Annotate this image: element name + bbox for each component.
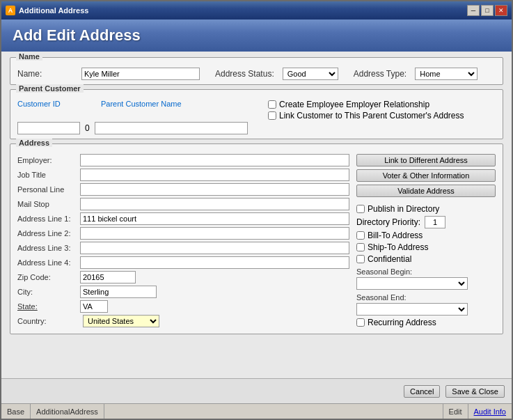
maximize-button[interactable]: □ (481, 5, 494, 16)
main-window: A Additional Address ─ □ ✕ Add Edit Addr… (0, 0, 513, 420)
name-section: Name Name: Address Status: Good Bad Unkn… (10, 57, 503, 85)
personal-line-row: Personal Line (17, 183, 349, 196)
title-bar-left: A Additional Address (6, 6, 88, 15)
link-addr-label: Link Customer to This Parent Customer's … (279, 111, 464, 120)
seasonal-end-select[interactable] (356, 303, 468, 316)
link-addr-row: Link Customer to This Parent Customer's … (268, 111, 464, 120)
addr4-row: Address Line 4: (17, 256, 349, 269)
publish-dir-label: Publish in Directory (368, 204, 439, 214)
addr3-label: Address Line 3: (17, 244, 80, 252)
addr2-row: Address Line 2: (17, 227, 349, 240)
publish-dir-checkbox[interactable] (356, 205, 365, 213)
app-icon: A (6, 6, 15, 15)
ship-to-label: Ship-To Address (368, 242, 428, 252)
zip-input[interactable] (80, 271, 136, 283)
addr2-input[interactable] (80, 227, 349, 240)
title-bar: A Additional Address ─ □ ✕ (1, 1, 512, 20)
edit-status: Edit (443, 404, 468, 419)
city-input[interactable] (80, 286, 157, 298)
address-type-select[interactable]: Home Work Other (415, 68, 478, 80)
name-label: Name: (17, 69, 73, 79)
confidential-row: Confidential (356, 254, 496, 264)
dir-priority-row: Directory Priority: (356, 216, 496, 228)
state-input[interactable] (80, 300, 108, 313)
zip-row: Zip Code: (17, 271, 349, 283)
parent-name-input[interactable] (95, 122, 248, 134)
link-diff-button[interactable]: Link to Different Address (356, 154, 496, 166)
seasonal-begin-label: Seasonal Begin: (356, 267, 496, 276)
create-rel-checkbox[interactable] (268, 100, 276, 109)
link-addr-checkbox[interactable] (268, 111, 276, 120)
ship-to-checkbox[interactable] (356, 243, 365, 251)
job-title-input[interactable] (80, 169, 349, 181)
name-section-title: Name (16, 52, 42, 61)
address-body: Employer: Job Title Personal Line Mail S… (17, 154, 496, 329)
recurring-addr-checkbox[interactable] (356, 318, 365, 327)
window-title: Additional Address (19, 6, 88, 15)
parent-customer-title: Parent Customer (16, 84, 84, 93)
cancel-button[interactable]: Cancel (404, 385, 440, 398)
address-section-title: Address (16, 139, 52, 147)
bill-to-checkbox[interactable] (356, 231, 365, 240)
create-rel-label: Create Employee Employer Relationship (279, 100, 429, 109)
voter-info-button[interactable]: Voter & Other Information (356, 169, 496, 182)
module-status: AdditionalAddress (31, 404, 104, 419)
job-title-label: Job Title (17, 171, 80, 179)
address-buttons: Link to Different Address Voter & Other … (356, 154, 496, 197)
mail-stop-row: Mail Stop (17, 198, 349, 210)
name-input[interactable] (81, 68, 200, 80)
seasonal-begin-select[interactable] (356, 277, 468, 290)
id-number: 0 (85, 123, 90, 133)
seasonal-end-label: Seasonal End: (356, 293, 496, 302)
dir-priority-input[interactable] (425, 216, 445, 228)
addr1-row: Address Line 1: (17, 212, 349, 225)
employer-row: Employer: (17, 154, 349, 166)
addr1-label: Address Line 1: (17, 215, 80, 223)
address-status-select[interactable]: Good Bad Unknown (283, 68, 338, 80)
status-bar: Base AdditionalAddress Edit Audit Info (1, 403, 512, 419)
seasonal-end-group: Seasonal End: (356, 292, 496, 316)
bill-to-label: Bill-To Address (368, 231, 423, 240)
address-section: Address Employer: Job Title Personal Lin… (10, 143, 503, 334)
employer-label: Employer: (17, 156, 80, 164)
minimize-button[interactable]: ─ (467, 5, 480, 16)
confidential-checkbox[interactable] (356, 255, 365, 263)
personal-line-input[interactable] (80, 183, 349, 196)
employer-input[interactable] (80, 154, 349, 166)
audit-info-button[interactable]: Audit Info (468, 404, 512, 419)
job-title-row: Job Title (17, 169, 349, 181)
addr3-input[interactable] (80, 242, 349, 254)
recurring-addr-label: Recurring Address (368, 318, 436, 327)
footer: Cancel Save & Close (1, 378, 512, 403)
window-controls: ─ □ ✕ (467, 5, 507, 16)
save-close-button[interactable]: Save & Close (445, 385, 505, 398)
state-row: State: (17, 300, 349, 313)
base-status: Base (1, 404, 31, 419)
state-label[interactable]: State: (17, 302, 80, 311)
customer-id-col-header: Customer ID (17, 100, 87, 120)
mail-stop-label: Mail Stop (17, 200, 80, 208)
main-content: Name Name: Address Status: Good Bad Unkn… (1, 52, 512, 378)
country-row: Country: United States Canada Mexico Uni… (17, 315, 349, 327)
zip-label: Zip Code: (17, 273, 80, 281)
personal-line-label: Personal Line (17, 185, 80, 194)
bill-to-row: Bill-To Address (356, 231, 496, 240)
address-right: Link to Different Address Voter & Other … (356, 154, 496, 329)
addr1-input[interactable] (80, 212, 349, 225)
country-select[interactable]: United States Canada Mexico United Kingd… (83, 315, 159, 327)
address-type-label: Address Type: (354, 69, 407, 79)
addr4-input[interactable] (80, 256, 349, 269)
country-label: Country: (17, 317, 80, 325)
addr3-row: Address Line 3: (17, 242, 349, 254)
name-row: Name: Address Status: Good Bad Unknown A… (17, 68, 496, 80)
city-row: City: (17, 286, 349, 298)
address-status-label: Address Status: (215, 69, 274, 79)
pc-input-row: 0 (17, 122, 496, 134)
mail-stop-input[interactable] (80, 198, 349, 210)
ship-to-row: Ship-To Address (356, 242, 496, 252)
close-button[interactable]: ✕ (495, 5, 507, 16)
customer-id-input[interactable] (17, 122, 80, 134)
parent-name-col-header: Parent Customer Name (101, 100, 254, 120)
address-left: Employer: Job Title Personal Line Mail S… (17, 154, 349, 329)
validate-button[interactable]: Validate Address (356, 185, 496, 197)
